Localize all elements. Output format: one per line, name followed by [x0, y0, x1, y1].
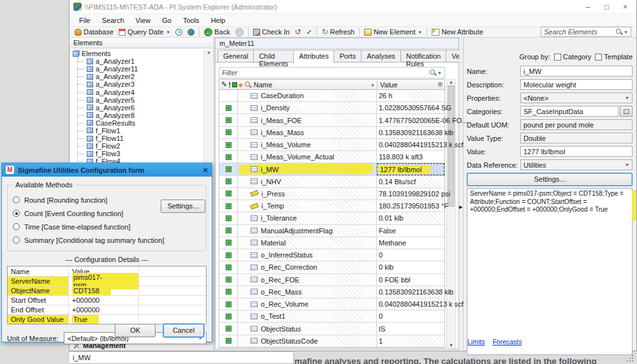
menu-search[interactable]: Search	[96, 15, 130, 25]
sidebar-item-f-flow2[interactable]: f_Flow2	[71, 142, 203, 150]
group-by-option-category[interactable]: Category	[554, 53, 592, 61]
menu-tools[interactable]: Tools	[177, 15, 205, 25]
attribute-row-i-meas-volume[interactable]: i_Meas_Volume0.0402880441915213 k scf	[219, 139, 444, 151]
attribute-row-o-rec-correction[interactable]: o_Rec_Correction0 klb	[219, 261, 444, 273]
resize-grip[interactable]	[626, 354, 634, 362]
sidebar-item-a-analyzer6[interactable]: a_Analyzer6	[71, 104, 203, 112]
tab-attributes[interactable]: Attributes	[293, 50, 334, 63]
config-row-start-offset[interactable]: Start Offset+000000	[8, 295, 206, 305]
sidebar-item-a-analyzer11[interactable]: a_Analyzer11	[71, 65, 203, 73]
method-summary[interactable]: Summary [Conditional tag summary functio…	[13, 233, 201, 247]
scope-button[interactable]	[185, 29, 197, 36]
scroll-down-icon[interactable]: ▼	[449, 343, 453, 347]
close-button[interactable]: ×	[623, 3, 627, 11]
attribute-row-o-inferredstatus[interactable]: o_InferredStatus0	[219, 249, 444, 261]
attribute-row-material[interactable]: MaterialMethane	[219, 237, 444, 249]
forward-button[interactable]: →	[233, 28, 246, 36]
attribute-row-manualadjustmentflag[interactable]: ManualAdjustmentFlagFalse	[219, 225, 444, 237]
attribute-icon	[251, 265, 258, 270]
grid-header[interactable]: ✎ ! ◆ Name ▲ Value ⚙	[219, 79, 445, 90]
tree-root-elements[interactable]: Elements	[71, 50, 203, 57]
method-settings-button[interactable]: Settings...	[161, 200, 205, 213]
refresh-button[interactable]: ↻Refresh	[319, 28, 357, 36]
sidebar-item-a-analyzer2[interactable]: a_Analyzer2	[71, 73, 203, 80]
tab-general[interactable]: General	[217, 50, 254, 62]
field-properties-[interactable]: <None>▼	[520, 92, 633, 103]
menu-help[interactable]: Help	[205, 15, 231, 25]
sidebar-item-f-flow3[interactable]: f_Flow3	[71, 150, 203, 157]
sidebar-item-f-flow1[interactable]: f_Flow1	[71, 127, 203, 135]
menu-go[interactable]: Go	[156, 15, 177, 25]
collapse-arrow-icon[interactable]: ▶	[459, 205, 462, 210]
attribute-row-i-nhv[interactable]: i_NHV0.14 Btu/scf	[219, 176, 444, 188]
attribute-row-o-rec-foe[interactable]: o_Rec_FOE0 FOE bbl	[219, 274, 444, 286]
apply-button[interactable]: ✓	[304, 28, 314, 36]
attribute-row-o-rec-mass[interactable]: o_Rec_Mass0.135830921163638 klb	[219, 286, 444, 298]
field-data-reference-[interactable]: Utilities▼	[520, 159, 633, 170]
menu-file[interactable]: File	[73, 15, 96, 25]
undo-button[interactable]: ↺	[292, 29, 304, 36]
attribute-row-i-meas-foe[interactable]: i_Meas_FOE1.4776775020065E-06 FO...	[219, 114, 444, 126]
database-button[interactable]: Database	[72, 28, 116, 36]
minimize-button[interactable]: –	[586, 3, 590, 11]
name-column-header[interactable]: Name	[254, 81, 272, 89]
field-categories-[interactable]: SF_CaseInputData	[520, 106, 619, 117]
attribute-row-i-meas-mass[interactable]: i_Meas_Mass0.135830921163638 klb	[219, 127, 444, 139]
dialog-close-icon[interactable]: ×	[203, 165, 208, 175]
query-date-button[interactable]: Query Date▼	[116, 28, 173, 36]
tab-child-elements[interactable]: Child Elements	[253, 50, 294, 62]
attribute-row-objectstatus[interactable]: ObjectStatusIS	[219, 323, 444, 335]
attribute-row-i-press[interactable]: i_Press78.1039199829102 psi	[219, 188, 444, 200]
search-elements-input[interactable]: Search Elements ▼	[541, 27, 631, 37]
config-row-only-good-value[interactable]: Only Good ValueTrue	[8, 314, 206, 324]
attribute-row-o-test1[interactable]: o_Test10	[219, 310, 444, 323]
config-row-objectname[interactable]: ObjectNameCDT158	[8, 286, 206, 295]
field-description-[interactable]: Molecular weight	[520, 79, 633, 90]
tab-analyses[interactable]: Analyses	[361, 50, 401, 62]
scroll-up-icon[interactable]: ▲	[449, 80, 453, 84]
config-row-end-offset[interactable]: End Offset+000000	[8, 305, 206, 314]
status-icon	[226, 129, 231, 135]
attribute-row-i-meas-volume-actual[interactable]: i_Meas_Volume_Actual118.803 k aft3	[219, 151, 444, 163]
new-element-button[interactable]: New Element▼	[362, 28, 425, 36]
sidebar-item-f-flow11[interactable]: f_Flow11	[71, 135, 203, 142]
sidebar-item-a-analyzer1[interactable]: a_Analyzer1	[71, 57, 203, 65]
attribute-icon	[251, 93, 258, 99]
tab-notification-rules[interactable]: Notification Rules	[400, 50, 446, 62]
attribute-row-o-rec-volume[interactable]: o_Rec_Volume0.0402880441915213 k scf	[219, 298, 444, 310]
attribute-row-objectstatuscode[interactable]: ObjectStatusCode1	[219, 335, 444, 347]
new-attribute-button[interactable]: New Attribute	[429, 28, 485, 36]
sidebar-item-a-analyzer5[interactable]: a_Analyzer5	[71, 96, 203, 104]
back-button[interactable]: ←Back	[201, 28, 232, 36]
row-status-cell	[219, 298, 238, 310]
group-by-option-template[interactable]: Template	[595, 53, 633, 61]
gear-icon[interactable]: ⚙	[437, 81, 444, 88]
maximize-button[interactable]: □	[604, 3, 609, 11]
attribute-row-i-tolerance[interactable]: i_Tolerance0.01 klb	[219, 212, 444, 224]
sidebar-item-a-analyzer4[interactable]: a_Analyzer4	[71, 88, 203, 96]
attribute-row-caseduration[interactable]: CaseDuration26 h	[219, 90, 444, 102]
ok-button[interactable]: OK	[115, 324, 156, 337]
link-forecasts[interactable]: Forecasts	[492, 338, 522, 346]
sidebar-item-caseresults[interactable]: CaseResults	[71, 119, 203, 127]
attribute-row-i-temp[interactable]: i_Temp180.251739501953 °F	[219, 200, 444, 212]
browse-button[interactable]	[620, 106, 633, 117]
cancel-button[interactable]: Cancel	[163, 324, 204, 337]
field-name-[interactable]: i_MW	[520, 66, 633, 76]
filter-input[interactable]: Filter ▼	[219, 67, 445, 78]
dialog-titlebar[interactable]: M Sigmafine Utilities Configuration form…	[2, 163, 212, 177]
field-value-[interactable]: 1277 lb/lbmol	[520, 146, 633, 157]
data-reference-settings-button[interactable]: Settings...	[467, 173, 633, 186]
link-limits[interactable]: Limits	[467, 338, 485, 346]
time-button[interactable]	[173, 29, 185, 36]
value-column-header[interactable]: Value	[380, 81, 397, 89]
attribute-row-i-mw[interactable]: i_MW1277 lb/lbmol	[219, 163, 444, 175]
check-in-button[interactable]: Check In	[251, 28, 292, 36]
config-row-servername[interactable]: ServerNamepims017-psm	[8, 276, 206, 286]
tab-ports[interactable]: Ports	[333, 50, 362, 62]
sidebar-item-a-analyzer8[interactable]: a_Analyzer8	[71, 112, 203, 119]
attribute-row-i-density[interactable]: i_Density1.02280530557664 SG	[219, 102, 444, 114]
method-time[interactable]: Time [Case time-elapsed function]	[13, 220, 201, 233]
menu-view[interactable]: View	[130, 15, 157, 25]
sidebar-item-a-analyzer3[interactable]: a_Analyzer3	[71, 80, 203, 88]
